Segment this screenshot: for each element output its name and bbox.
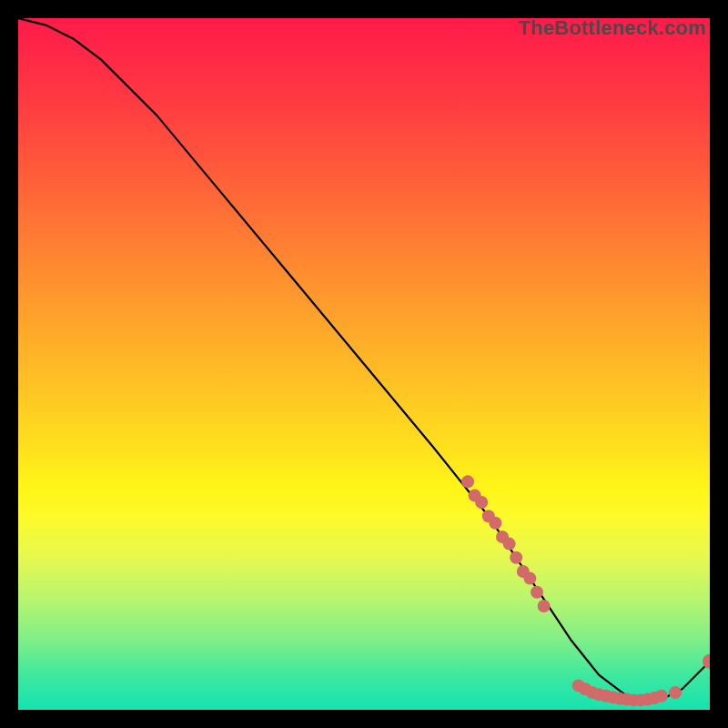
marker-group [461,475,710,706]
watermark-text: TheBottleneck.com [519,18,706,38]
dot-cluster-upper-dot [503,538,516,551]
dot-cluster-upper-dot [475,496,488,509]
plot-area: TheBottleneck.com [18,18,710,710]
dot-cluster-upper-dot [523,572,536,585]
main-curve [18,18,710,703]
dot-cluster-upper-dot [510,551,522,564]
dot-cluster-lower-dot [655,690,668,703]
dot-cluster-lower-dot [669,686,682,699]
curve-layer [18,18,710,710]
chart-stage: TheBottleneck.com [0,0,728,728]
dot-cluster-upper-dot [531,586,543,599]
dot-cluster-upper-dot [538,600,551,612]
dot-cluster-upper-dot [461,475,474,488]
dot-cluster-upper-dot [489,517,501,530]
